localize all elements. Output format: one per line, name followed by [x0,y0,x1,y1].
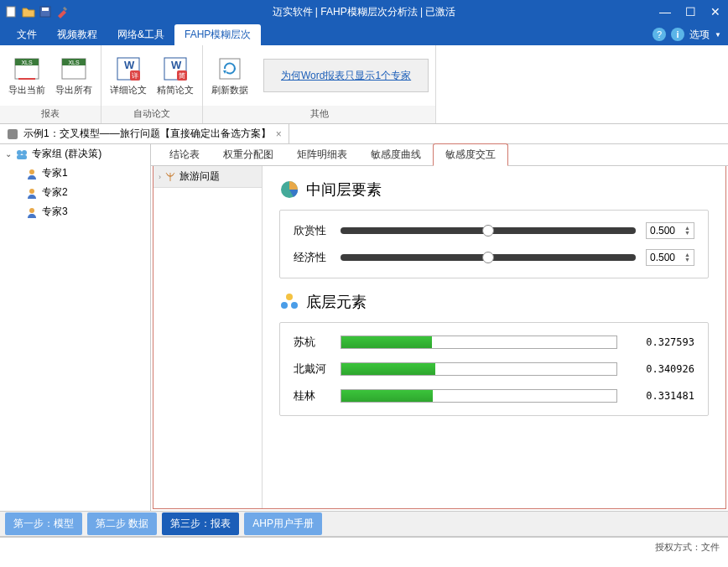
refresh-icon [216,55,243,82]
tree-root-label: 专家组 (群决策) [32,147,101,161]
tree-expert-item[interactable]: 专家2 [20,183,150,202]
slider-value-input[interactable]: 0.500▲▼ [646,222,694,239]
antenna-icon [164,171,176,183]
svg-rect-2 [42,8,49,11]
export-all-button[interactable]: XLS 导出所有 [54,54,94,98]
problem-root[interactable]: › 旅游问题 [153,166,262,188]
tab-interaction[interactable]: 敏感度交互 [433,143,508,166]
help-icon[interactable]: ? [653,28,666,41]
svg-point-19 [17,150,22,155]
svg-point-23 [29,189,34,194]
maximize-button[interactable]: ☐ [678,3,703,21]
slider-track[interactable] [341,254,636,261]
save-icon[interactable] [39,5,52,18]
window-title: 迈实软件 | FAHP模糊层次分析法 | 已激活 [273,5,456,19]
spin-down-icon[interactable]: ▼ [684,231,690,236]
options-label[interactable]: 选项 [689,28,710,42]
svg-text:简: 简 [179,72,185,80]
menu-video[interactable]: 视频教程 [47,24,107,45]
svg-rect-18 [8,129,18,139]
svg-point-27 [281,302,288,309]
svg-text:详: 详 [132,72,138,80]
tree-root[interactable]: ⌄ 专家组 (群决策) [0,144,150,164]
user-icon [25,167,39,180]
doc-icon [7,128,18,140]
tab-conclusion[interactable]: 结论表 [158,144,211,165]
tab-matrix[interactable]: 矩阵明细表 [285,144,359,165]
word-report-link[interactable]: 为何Word报表只显示1个专家 [264,69,428,83]
tool-icon[interactable] [55,5,69,18]
svg-rect-21 [17,155,27,159]
xls-all-icon: XLS [60,55,87,82]
svg-rect-0 [7,7,15,17]
mid-section-title: 中间层要素 [306,179,382,200]
tree-expert-item[interactable]: 专家1 [20,164,150,183]
simple-thesis-button[interactable]: W简 精简论文 [155,54,195,98]
bar-label: 桂林 [294,388,327,403]
slider-label: 经济性 [294,250,330,265]
svg-text:W: W [171,59,182,71]
detailed-thesis-button[interactable]: W详 详细论文 [108,54,148,98]
expert-tree: ⌄ 专家组 (群决策) 专家1 专家2 专家3 [0,144,151,511]
tab-curve[interactable]: 敏感度曲线 [359,144,433,165]
svg-point-24 [29,208,34,213]
xls-icon: XLS [13,55,40,82]
export-current-button[interactable]: XLS 导出当前 [7,54,47,98]
step3-button[interactable]: 第三步：报表 [162,512,239,535]
document-tab[interactable]: 示例1：交叉模型——旅行问题【直接确定出备选方案】 × [0,124,289,143]
svg-text:XLS: XLS [21,60,33,65]
close-button[interactable]: ✕ [703,3,728,21]
ribbon-group-report: 报表 [0,106,101,123]
ribbon-group-auto: 自动论文 [101,106,202,123]
bar-label: 苏杭 [294,335,327,350]
slider-thumb[interactable] [482,252,494,263]
step2-button[interactable]: 第二步 数据 [87,512,157,535]
molecule-icon [279,292,299,312]
bar-value: 0.340926 [631,363,694,375]
bar-track [341,389,617,403]
menu-fahp[interactable]: FAHP模糊层次 [174,24,261,45]
slider-thumb[interactable] [482,225,494,237]
svg-text:W: W [124,59,135,71]
new-icon[interactable] [5,5,18,18]
chevron-right-icon[interactable]: › [159,173,161,181]
menu-network[interactable]: 网络&工具 [107,24,174,45]
mid-panel: 欣赏性 0.500▲▼ 经济性 0.500▲▼ [279,210,709,278]
user-icon [25,205,39,219]
svg-point-20 [22,150,27,155]
svg-text:XLS: XLS [68,60,80,65]
ribbon-group-other: 其他 [203,106,435,123]
svg-point-28 [291,302,298,309]
group-icon [15,148,29,161]
word-simple-icon: W简 [162,55,189,82]
svg-point-26 [286,294,293,300]
problem-tree: › 旅游问题 [153,166,263,508]
spin-down-icon[interactable]: ▼ [684,257,690,263]
minimize-button[interactable]: — [653,3,678,21]
tree-expert-item[interactable]: 专家3 [20,202,150,221]
tab-weight[interactable]: 权重分配图 [211,144,285,165]
svg-point-22 [29,169,34,174]
options-dropdown-icon[interactable]: ▼ [715,31,721,39]
bottom-section-title: 底层元素 [306,292,367,312]
slider-label: 欣赏性 [294,223,330,238]
manual-button[interactable]: AHP用户手册 [244,512,322,535]
bar-label: 北戴河 [294,362,327,377]
info-icon[interactable]: i [671,28,684,41]
slider-track[interactable] [341,227,636,234]
bottom-panel: 苏杭 0.327593 北戴河 0.340926 桂林 0.331481 [279,322,709,416]
bar-value: 0.331481 [631,390,694,402]
slider-value-input[interactable]: 0.500▲▼ [646,249,694,266]
bar-value: 0.327593 [631,336,694,348]
ribbon-link-box: 为何Word报表只显示1个专家 [263,59,429,92]
refresh-button[interactable]: 刷新数据 [210,54,250,98]
doc-tab-close[interactable]: × [276,128,282,140]
menu-file[interactable]: 文件 [7,24,47,45]
expand-icon[interactable]: ⌄ [5,149,12,159]
doc-tab-title: 示例1：交叉模型——旅行问题【直接确定出备选方案】 [23,127,271,141]
bar-track [341,336,617,349]
pie-icon [279,179,299,200]
svg-rect-17 [220,59,240,79]
step1-button[interactable]: 第一步：模型 [5,512,82,535]
open-icon[interactable] [22,5,35,18]
